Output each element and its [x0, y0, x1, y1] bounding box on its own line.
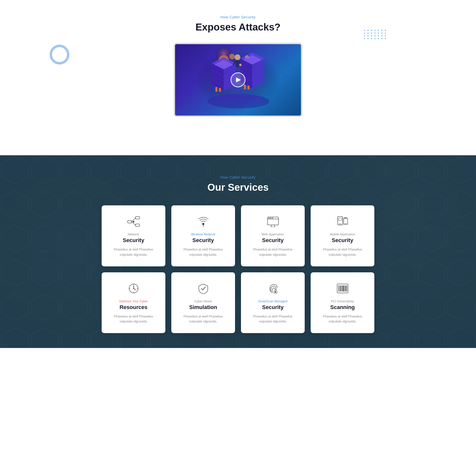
service-name: Security	[177, 237, 229, 244]
service-name: Security	[317, 237, 368, 244]
dot-grid-decoration: // generate 4 rows × 7 cols of dots docu…	[364, 30, 387, 39]
svg-point-44	[268, 218, 269, 219]
service-desc: Phasellus at eleif Phasellus vulputate i…	[108, 247, 159, 257]
service-label: Network	[108, 233, 159, 236]
service-card: Mobile Application Security Phasellus at…	[311, 205, 374, 266]
service-icon-web	[266, 215, 280, 228]
video-wrapper	[5, 43, 471, 155]
service-name: Security	[108, 237, 159, 244]
play-button[interactable]	[231, 72, 245, 87]
service-card: Cyber Attack Simulation Phasellus at ele…	[171, 272, 235, 333]
service-label: SmartScan Managed	[247, 300, 299, 303]
svg-rect-56	[338, 218, 342, 220]
service-desc: Phasellus at eleif Phasellus vulputate i…	[247, 314, 299, 324]
video-container	[174, 43, 302, 117]
service-card: Optimize Your Cyber Resources Phasellus …	[102, 272, 165, 333]
svg-point-45	[270, 218, 271, 219]
svg-rect-12	[219, 88, 221, 92]
service-card: Wireless Network Security Phasellus at e…	[171, 205, 235, 266]
svg-point-3	[229, 54, 235, 59]
svg-point-39	[133, 221, 134, 222]
service-name: Security	[247, 304, 299, 311]
svg-rect-18	[247, 55, 248, 58]
top-title: Exposes Attacks?	[5, 22, 471, 33]
bottom-title: Our Services	[5, 182, 471, 193]
video-thumbnail[interactable]	[174, 43, 302, 117]
svg-rect-24	[247, 86, 249, 89]
service-label: Optimize Your Cyber	[108, 300, 159, 303]
bottom-subtitle: How Cyber Security	[5, 175, 471, 179]
service-icon-mobile	[335, 215, 350, 228]
svg-rect-50	[338, 217, 343, 225]
service-card: SmartScan Managed Security Phasellus at …	[241, 272, 305, 333]
service-icon-clock	[126, 282, 141, 295]
service-label: Mobile Application	[317, 233, 368, 236]
svg-point-60	[133, 288, 134, 289]
service-label: Cyber Attack	[177, 300, 229, 303]
service-icon-network	[126, 215, 141, 228]
service-label: Wireless Network	[177, 233, 229, 236]
svg-rect-36	[136, 224, 140, 226]
top-subtitle: How Cyber Security	[5, 15, 471, 19]
service-name: Resources	[108, 304, 159, 311]
top-section: // generate 4 rows × 7 cols of dots docu…	[0, 0, 476, 155]
service-card: PCI Vulnerability Scanning Phasellus at …	[311, 272, 374, 333]
service-label: Web Application	[247, 233, 299, 236]
service-icon-wireless	[196, 215, 211, 228]
service-label: PCI Vulnerability	[317, 300, 368, 303]
service-desc: Phasellus at eleif Phasellus vulputate i…	[177, 314, 229, 324]
svg-rect-11	[215, 87, 217, 92]
service-name: Security	[247, 237, 299, 244]
svg-rect-23	[244, 85, 246, 89]
service-icon-fingerprint	[266, 282, 280, 295]
bottom-section: How Cyber Security Our Services Network …	[0, 155, 476, 348]
svg-rect-26	[236, 60, 239, 67]
svg-point-33	[215, 94, 262, 104]
services-grid: Network Security Phasellus at eleif Phas…	[102, 205, 374, 333]
svg-point-25	[235, 54, 240, 60]
svg-point-46	[272, 218, 273, 219]
svg-point-66	[275, 291, 276, 293]
service-icon-barcode	[335, 282, 350, 295]
service-name: Scanning	[317, 304, 368, 311]
service-desc: Phasellus at eleif Phasellus vulputate i…	[317, 314, 368, 324]
svg-rect-34	[128, 220, 132, 223]
service-desc: Phasellus at eleif Phasellus vulputate i…	[317, 247, 368, 257]
svg-point-29	[239, 64, 242, 66]
svg-rect-35	[136, 217, 140, 219]
service-card: Web Application Security Phasellus at el…	[241, 205, 305, 266]
service-name: Simulation	[177, 304, 229, 311]
service-card: Network Security Phasellus at eleif Phas…	[102, 205, 165, 266]
service-icon-shield	[196, 282, 211, 295]
service-desc: Phasellus at eleif Phasellus vulputate i…	[177, 247, 229, 257]
service-desc: Phasellus at eleif Phasellus vulputate i…	[108, 314, 159, 324]
service-desc: Phasellus at eleif Phasellus vulputate i…	[247, 247, 299, 257]
svg-rect-17	[245, 56, 246, 58]
svg-rect-19	[248, 57, 249, 58]
